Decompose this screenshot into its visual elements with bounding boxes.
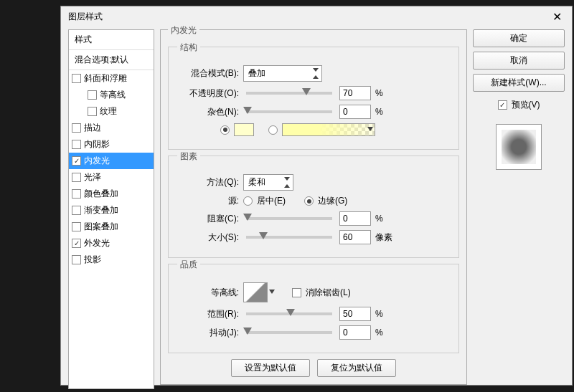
jitter-label: 抖动(J): [177,327,239,339]
opacity-unit: % [375,88,383,98]
elements-group: 图素 方法(Q): 柔和 源: 居中(E) 边缘(G) 阻塞(C): [168,156,459,258]
jitter-unit: % [375,328,383,338]
preview-checkbox[interactable] [498,100,507,110]
choke-unit: % [375,214,383,224]
sidebar-item-outer-glow[interactable]: 外发光 [69,235,154,252]
sidebar-item-drop-shadow[interactable]: 投影 [69,252,154,268]
checkbox-icon[interactable] [72,222,81,231]
noise-label: 杂色(N): [177,106,239,118]
checkbox-icon[interactable] [72,189,81,199]
checkbox-icon[interactable] [72,255,81,264]
sidebar-blend-options[interactable]: 混合选项:默认 [69,50,154,70]
titlebar: 图层样式 ✕ [61,6,572,27]
blend-mode-select[interactable]: 叠加 [243,65,322,82]
gradient-swatch[interactable] [282,123,375,136]
opacity-label: 不透明度(O): [177,87,239,100]
structure-group: 结构 混合模式(B): 叠加 不透明度(O): 70 % 杂色(N): [168,47,459,150]
size-slider[interactable] [246,236,332,239]
sidebar-item-satin[interactable]: 光泽 [69,169,154,186]
color-type-gradient-radio[interactable] [268,125,278,135]
elements-legend: 图素 [177,150,200,163]
noise-input[interactable]: 0 [339,105,371,119]
choke-input[interactable]: 0 [339,211,371,226]
dialog-title: 图层样式 [68,11,103,23]
new-style-button[interactable]: 新建样式(W)... [473,74,565,92]
close-icon[interactable]: ✕ [546,9,568,24]
checkbox-icon[interactable] [72,156,81,166]
range-label: 范围(R): [177,308,239,320]
main-panel: 内发光 结构 混合模式(B): 叠加 不透明度(O): 70 % 杂色(N): [160,29,467,389]
checkbox-icon[interactable] [72,123,81,133]
antialias-checkbox[interactable] [292,288,301,297]
sidebar-item-inner-glow[interactable]: 内发光 [69,153,154,169]
color-swatch[interactable] [234,123,254,136]
sidebar-header-styles[interactable]: 样式 [69,30,154,50]
ok-button[interactable]: 确定 [473,29,565,47]
quality-legend: 品质 [177,259,200,271]
quality-group: 品质 等高线: 消除锯齿(L) 范围(R): 50 % [168,264,459,353]
contour-picker[interactable] [243,282,268,302]
checkbox-icon[interactable] [72,206,81,215]
antialias-label: 消除锯齿(L) [306,287,351,299]
range-slider[interactable] [246,312,332,315]
source-edge-radio[interactable] [304,196,314,206]
sidebar-item-inner-shadow[interactable]: 内阴影 [69,136,154,153]
checkbox-icon[interactable] [72,74,81,83]
layer-style-dialog: 图层样式 ✕ 样式 混合选项:默认 斜面和浮雕 等高线 纹理 描边 内阴影 内发… [60,6,573,386]
source-label: 源: [177,195,239,207]
checkbox-icon[interactable] [72,140,81,149]
opacity-input[interactable]: 70 [339,86,371,100]
technique-select[interactable]: 柔和 [243,174,293,191]
sidebar-item-contour[interactable]: 等高线 [69,87,154,103]
checkbox-icon[interactable] [88,90,97,100]
checkbox-icon[interactable] [72,173,81,182]
source-center-radio[interactable] [243,196,253,206]
technique-label: 方法(Q): [177,176,239,188]
jitter-input[interactable]: 0 [339,325,371,340]
noise-unit: % [375,107,383,117]
make-default-button[interactable]: 设置为默认值 [231,359,310,377]
reset-default-button[interactable]: 复位为默认值 [317,359,396,377]
preview-thumbnail [496,124,542,170]
source-center-label: 居中(E) [257,195,286,207]
sidebar-item-stroke[interactable]: 描边 [69,120,154,136]
source-edge-label: 边缘(G) [318,195,347,207]
right-column: 确定 取消 新建样式(W)... 预览(V) [473,29,565,389]
sidebar-item-color-overlay[interactable]: 颜色叠加 [69,186,154,202]
contour-label: 等高线: [177,287,239,299]
cancel-button[interactable]: 取消 [473,52,565,70]
opacity-slider[interactable] [246,92,332,95]
structure-legend: 结构 [177,42,200,54]
choke-label: 阻塞(C): [177,213,239,225]
size-unit: 像素 [375,231,392,244]
jitter-slider[interactable] [246,331,332,334]
blend-mode-label: 混合模式(B): [177,67,239,80]
checkbox-icon[interactable] [88,107,97,116]
choke-slider[interactable] [246,217,332,220]
noise-slider[interactable] [246,110,332,113]
checkbox-icon[interactable] [72,239,81,248]
color-type-solid-radio[interactable] [220,125,230,135]
range-input[interactable]: 50 [339,307,371,321]
sidebar-item-pattern-overlay[interactable]: 图案叠加 [69,219,154,235]
range-unit: % [375,309,383,319]
styles-sidebar: 样式 混合选项:默认 斜面和浮雕 等高线 纹理 描边 内阴影 内发光 光泽 颜色… [68,29,154,389]
size-input[interactable]: 60 [339,230,371,244]
sidebar-item-texture[interactable]: 纹理 [69,103,154,120]
panel-title: 内发光 [168,24,199,37]
sidebar-item-bevel[interactable]: 斜面和浮雕 [69,70,154,87]
preview-label: 预览(V) [512,99,540,111]
sidebar-item-gradient-overlay[interactable]: 渐变叠加 [69,202,154,219]
size-label: 大小(S): [177,231,239,244]
